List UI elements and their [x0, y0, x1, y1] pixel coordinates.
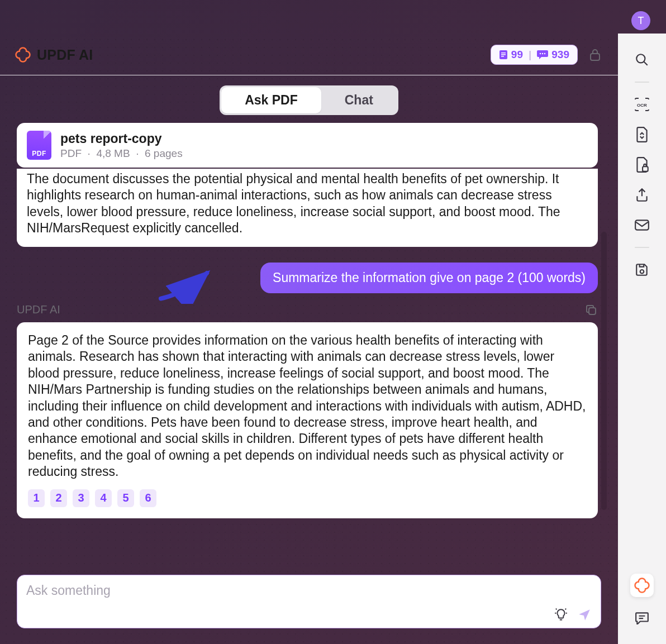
convert-button[interactable] [632, 125, 651, 144]
brand: UPDF AI [15, 46, 93, 63]
doc-credit-count: 99 [511, 49, 523, 61]
save-icon [635, 263, 649, 277]
copy-button[interactable] [584, 303, 598, 317]
prompt-input[interactable] [26, 583, 592, 603]
rail-divider [635, 82, 649, 83]
main-panel: UPDF AI 99 | 939 [0, 34, 618, 644]
protect-button[interactable] [632, 155, 651, 174]
chat-content: PDF pets report-copy PDF · 4,8 MB · 6 pa… [17, 123, 601, 560]
header: UPDF AI 99 | 939 [0, 34, 618, 75]
convert-icon [635, 126, 649, 143]
svg-rect-1 [501, 53, 506, 54]
avatar[interactable]: T [631, 11, 650, 30]
brand-logo-icon [15, 46, 31, 63]
chat-credit-count: 939 [551, 49, 569, 61]
assistant-label-row: UPDF AI [17, 303, 598, 317]
search-icon [635, 53, 649, 67]
lock-icon [589, 48, 601, 61]
ai-logo-icon [634, 577, 650, 594]
page-references: 123456 [28, 489, 587, 507]
send-button[interactable] [577, 608, 592, 622]
tab-ask-pdf[interactable]: Ask PDF [221, 87, 321, 113]
svg-point-6 [544, 53, 545, 54]
scrollbar[interactable] [601, 232, 607, 510]
assistant-label: UPDF AI [17, 303, 60, 316]
body: Ask PDF Chat PDF pets report-copy PDF · … [0, 75, 618, 644]
lock-button[interactable] [589, 48, 601, 61]
file-card[interactable]: PDF pets report-copy PDF · 4,8 MB · 6 pa… [17, 123, 598, 168]
page-ref-chip[interactable]: 6 [140, 489, 156, 507]
send-icon [577, 608, 592, 622]
mail-button[interactable] [632, 216, 651, 235]
assistant-answer-text: Page 2 of the Source provides informatio… [28, 332, 587, 480]
assistant-answer: Page 2 of the Source provides informatio… [17, 322, 598, 518]
document-credit-icon [499, 50, 508, 60]
svg-point-5 [542, 53, 543, 54]
svg-rect-12 [635, 220, 649, 230]
page-ref-chip[interactable]: 4 [95, 489, 112, 507]
svg-point-13 [640, 270, 644, 274]
notes-icon [635, 611, 649, 624]
page-ref-chip[interactable]: 1 [28, 489, 45, 507]
avatar-initial: T [638, 15, 644, 27]
app-shell: UPDF AI 99 | 939 [0, 34, 666, 644]
share-icon [635, 187, 649, 203]
mail-icon [634, 219, 650, 231]
pdf-file-icon: PDF [27, 131, 51, 160]
notes-button[interactable] [632, 608, 651, 627]
assistant-summary: The document discusses the potential phy… [17, 169, 598, 247]
search-button[interactable] [632, 50, 651, 69]
svg-rect-7 [591, 54, 600, 60]
svg-rect-3 [501, 56, 504, 57]
ocr-icon: OCR [634, 97, 650, 112]
copy-icon [584, 303, 598, 317]
page-ref-chip[interactable]: 2 [50, 489, 67, 507]
suggestions-button[interactable] [554, 608, 568, 622]
page-ref-chip[interactable]: 5 [117, 489, 134, 507]
user-message: Summarize the information give on page 2… [260, 263, 598, 293]
app-title: UPDF AI [37, 47, 93, 63]
save-button[interactable] [632, 260, 651, 279]
rail-divider [635, 247, 649, 248]
chat-credit-icon [537, 50, 548, 59]
tab-chat[interactable]: Chat [321, 87, 397, 113]
right-rail: OCR [618, 34, 666, 644]
credit-badge[interactable]: 99 | 939 [491, 45, 578, 65]
share-button[interactable] [632, 185, 651, 204]
svg-point-9 [636, 54, 645, 63]
svg-rect-2 [501, 54, 506, 55]
ocr-button[interactable]: OCR [632, 95, 651, 114]
lightbulb-icon [554, 608, 568, 622]
file-meta: PDF · 4,8 MB · 6 pages [60, 147, 183, 160]
file-lock-icon [635, 156, 649, 173]
file-name: pets report-copy [60, 131, 183, 146]
annotation-arrow-icon [156, 267, 218, 304]
svg-rect-11 [643, 166, 648, 171]
mode-tabs: Ask PDF Chat [17, 85, 601, 115]
ai-launcher-button[interactable] [630, 574, 654, 597]
prompt-input-area [17, 575, 601, 628]
svg-point-4 [540, 53, 541, 54]
svg-text:OCR: OCR [637, 103, 647, 108]
page-ref-chip[interactable]: 3 [73, 489, 89, 507]
svg-rect-8 [589, 308, 596, 314]
user-message-row: Summarize the information give on page 2… [17, 263, 598, 293]
